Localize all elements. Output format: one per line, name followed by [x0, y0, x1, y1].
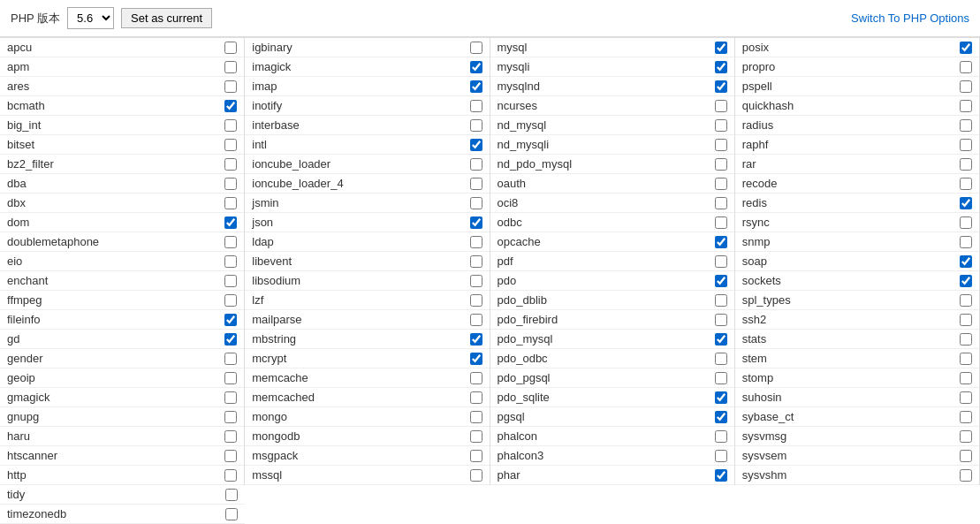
ext-checkbox[interactable] [715, 119, 727, 132]
ext-checkbox[interactable] [470, 391, 482, 404]
ext-checkbox[interactable] [715, 294, 727, 307]
ext-checkbox[interactable] [224, 178, 237, 190]
ext-checkbox[interactable] [715, 42, 727, 54]
ext-checkbox[interactable] [960, 100, 972, 112]
ext-checkbox[interactable] [715, 236, 727, 248]
ext-checkbox[interactable] [225, 489, 238, 501]
switch-to-php-options-link[interactable]: Switch To PHP Options [851, 11, 969, 25]
ext-checkbox[interactable] [224, 255, 237, 268]
ext-checkbox[interactable] [224, 372, 237, 384]
ext-checkbox[interactable] [470, 100, 482, 112]
ext-checkbox[interactable] [470, 294, 482, 307]
ext-checkbox[interactable] [470, 353, 482, 365]
ext-checkbox[interactable] [224, 158, 237, 171]
ext-checkbox[interactable] [470, 80, 482, 93]
ext-checkbox[interactable] [715, 469, 727, 482]
ext-checkbox[interactable] [470, 314, 482, 326]
ext-checkbox[interactable] [715, 450, 727, 462]
ext-checkbox[interactable] [960, 333, 972, 346]
ext-checkbox[interactable] [224, 236, 237, 248]
ext-checkbox[interactable] [960, 411, 972, 423]
ext-checkbox[interactable] [470, 372, 482, 384]
ext-checkbox[interactable] [960, 158, 972, 171]
ext-checkbox[interactable] [715, 216, 727, 229]
ext-checkbox[interactable] [960, 275, 972, 287]
ext-checkbox[interactable] [470, 469, 482, 482]
ext-checkbox[interactable] [224, 333, 237, 346]
ext-checkbox[interactable] [715, 314, 727, 326]
ext-checkbox[interactable] [960, 119, 972, 132]
ext-checkbox[interactable] [960, 139, 972, 151]
ext-checkbox[interactable] [470, 236, 482, 248]
ext-checkbox[interactable] [470, 430, 482, 443]
ext-checkbox[interactable] [960, 42, 972, 54]
ext-checkbox[interactable] [470, 158, 482, 171]
ext-checkbox[interactable] [715, 139, 727, 151]
ext-checkbox[interactable] [470, 42, 482, 54]
ext-checkbox[interactable] [224, 216, 237, 229]
ext-checkbox[interactable] [224, 450, 237, 462]
ext-checkbox[interactable] [225, 508, 238, 520]
ext-checkbox[interactable] [715, 372, 727, 384]
ext-checkbox[interactable] [224, 139, 237, 151]
ext-checkbox[interactable] [470, 139, 482, 151]
ext-checkbox[interactable] [960, 178, 972, 190]
ext-checkbox[interactable] [715, 80, 727, 93]
ext-checkbox[interactable] [960, 255, 972, 268]
ext-checkbox[interactable] [715, 158, 727, 171]
ext-checkbox[interactable] [715, 430, 727, 443]
ext-checkbox[interactable] [960, 430, 972, 443]
ext-checkbox[interactable] [470, 197, 482, 209]
ext-checkbox[interactable] [715, 100, 727, 112]
ext-checkbox[interactable] [470, 333, 482, 346]
ext-checkbox[interactable] [224, 100, 237, 112]
ext-checkbox[interactable] [715, 197, 727, 209]
ext-checkbox[interactable] [224, 42, 237, 54]
ext-checkbox[interactable] [715, 353, 727, 365]
ext-checkbox[interactable] [470, 411, 482, 423]
ext-checkbox[interactable] [224, 391, 237, 404]
ext-checkbox[interactable] [470, 119, 482, 132]
ext-checkbox[interactable] [960, 353, 972, 365]
ext-checkbox[interactable] [715, 411, 727, 423]
ext-checkbox[interactable] [224, 430, 237, 443]
ext-checkbox[interactable] [470, 61, 482, 73]
ext-checkbox[interactable] [224, 314, 237, 326]
ext-checkbox[interactable] [960, 197, 972, 209]
ext-checkbox[interactable] [715, 255, 727, 268]
ext-checkbox[interactable] [470, 275, 482, 287]
ext-name: geoip [7, 371, 221, 384]
ext-checkbox[interactable] [960, 314, 972, 326]
ext-checkbox[interactable] [224, 197, 237, 209]
ext-checkbox[interactable] [715, 275, 727, 287]
ext-checkbox[interactable] [470, 178, 482, 190]
ext-checkbox[interactable] [470, 450, 482, 462]
ext-row: memcached [245, 388, 489, 407]
ext-checkbox[interactable] [960, 294, 972, 307]
ext-checkbox[interactable] [960, 469, 972, 482]
ext-checkbox[interactable] [715, 333, 727, 346]
ext-checkbox[interactable] [224, 119, 237, 132]
ext-checkbox[interactable] [960, 450, 972, 462]
ext-checkbox[interactable] [224, 411, 237, 423]
php-version-select[interactable]: 5.6 7.0 7.1 7.2 7.3 7.4 8.0 [67, 7, 114, 29]
ext-checkbox[interactable] [470, 255, 482, 268]
ext-name: mbstring [252, 332, 466, 346]
ext-checkbox[interactable] [224, 275, 237, 287]
ext-checkbox[interactable] [960, 236, 972, 248]
ext-checkbox[interactable] [470, 216, 482, 229]
ext-checkbox[interactable] [960, 391, 972, 404]
ext-checkbox[interactable] [224, 353, 237, 365]
ext-checkbox[interactable] [224, 61, 237, 73]
ext-checkbox[interactable] [224, 469, 237, 482]
ext-checkbox[interactable] [715, 61, 727, 73]
ext-checkbox[interactable] [960, 372, 972, 384]
ext-checkbox[interactable] [960, 80, 972, 93]
ext-checkbox[interactable] [224, 294, 237, 307]
ext-checkbox[interactable] [715, 178, 727, 190]
set-current-button[interactable]: Set as current [121, 8, 212, 28]
ext-checkbox[interactable] [224, 80, 237, 93]
ext-checkbox[interactable] [960, 61, 972, 73]
ext-checkbox[interactable] [715, 391, 727, 404]
ext-checkbox[interactable] [960, 216, 972, 229]
